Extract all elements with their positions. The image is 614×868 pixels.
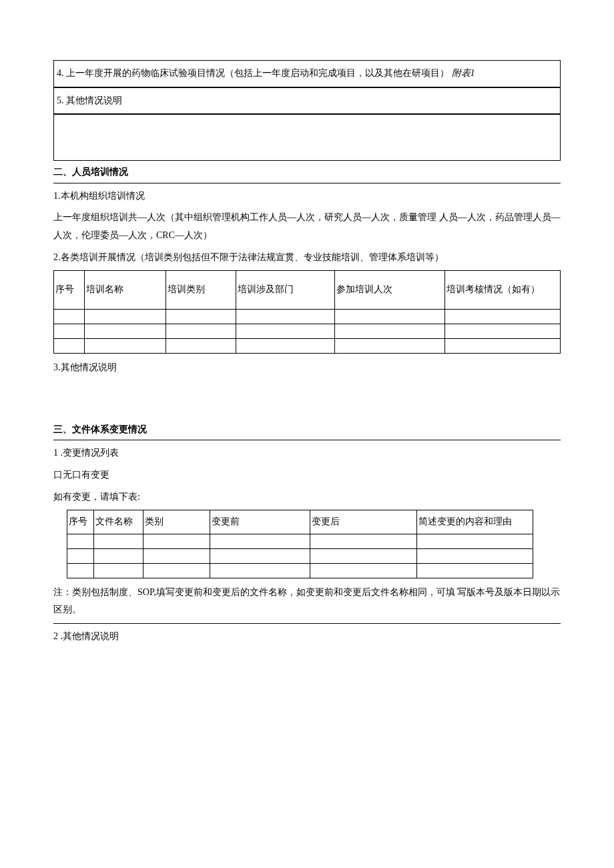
sec2-p1a: 1.本机构组织培训情况	[53, 187, 561, 205]
sec3-p1a: 口无口有变更	[53, 466, 561, 484]
sec2-p1b: 上一年度组织培训共—人次（其中组织管理机构工作人员—人次，研究人员—人次，质量管…	[53, 209, 561, 244]
th2-name: 文件名称	[94, 510, 143, 534]
sec2-p2: 2.各类培训开展情况（培训类别包括但不限于法律法规宣贯、专业技能培训、管理体系培…	[53, 249, 561, 267]
th-name: 培训名称	[85, 271, 166, 310]
table-row	[54, 324, 561, 339]
table-row	[67, 548, 533, 563]
training-table: 序号 培训名称 培训类别 培训涉及部门 参加培训人次 培训考核情况（如有）	[53, 270, 561, 354]
table-row	[54, 339, 561, 354]
section1-item5-box: 5. 其他情况说明	[53, 87, 561, 115]
section3-title: 三、文件体系变更情况	[53, 420, 561, 441]
th2-cat: 类别	[143, 510, 210, 534]
table-row	[67, 563, 533, 578]
change-table-header: 序号 文件名称 类别 变更前 变更后 简述变更的内容和理由	[67, 510, 533, 534]
change-table: 序号 文件名称 类别 变更前 变更后 简述变更的内容和理由	[67, 510, 533, 578]
th2-seq: 序号	[67, 510, 94, 534]
item4-text: 上一年度开展的药物临床试验项目情况（包括上一年度启动和完成项目，以及其他在研项目…	[66, 68, 449, 78]
item4-number: 4.	[57, 68, 64, 78]
table-row	[54, 310, 561, 324]
th-dept: 培训涉及部门	[236, 271, 335, 310]
section1-item5-blank	[53, 114, 561, 161]
training-table-header: 序号 培训名称 培训类别 培训涉及部门 参加培训人次 培训考核情况（如有）	[54, 271, 561, 310]
sec3-p1b: 如有变更，请填下表:	[53, 488, 561, 506]
th-seq: 序号	[54, 271, 85, 310]
th-note: 培训考核情况（如有）	[444, 271, 560, 310]
item5-number: 5.	[57, 95, 64, 105]
item4-attach: 附表1	[452, 68, 475, 78]
sec2-p3: 3.其他情况说明	[53, 359, 561, 377]
th2-before: 变更前	[210, 510, 310, 534]
section1-item4-box: 4. 上一年度开展的药物临床试验项目情况（包括上一年度启动和完成项目，以及其他在…	[53, 60, 561, 87]
sec3-p2: 2 .其他情况说明	[53, 628, 561, 646]
th-cnt: 参加培训人次	[335, 271, 445, 310]
sec3-p1: 1 .变更情况列表	[53, 444, 561, 462]
table-row	[67, 534, 533, 548]
divider	[53, 623, 561, 624]
th2-reason: 简述变更的内容和理由	[417, 510, 533, 534]
sec3-note: 注：类别包括制度、SOP,填写变更前和变更后的文件名称，如变更前和变更后文件名称…	[53, 584, 561, 619]
th-cat: 培训类别	[166, 271, 236, 310]
item5-text: 其他情况说明	[66, 95, 122, 105]
section2-title: 二、人员培训情况	[53, 162, 561, 183]
th2-after: 变更后	[310, 510, 417, 534]
